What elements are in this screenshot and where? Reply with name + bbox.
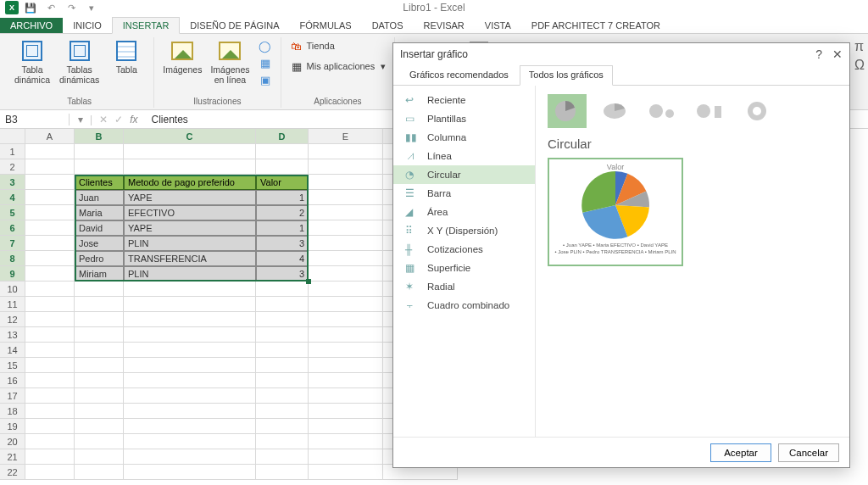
row-header[interactable]: 20 <box>0 434 25 449</box>
data-cell[interactable]: PLIN <box>124 266 256 282</box>
row-header[interactable]: 12 <box>0 312 25 327</box>
data-cell[interactable]: Pedro <box>75 251 124 266</box>
redo-icon[interactable]: ↷ <box>63 1 80 14</box>
row-header[interactable]: 21 <box>0 449 25 465</box>
row-header[interactable]: 1 <box>0 144 25 159</box>
chart-cat-radial[interactable]: ✶Radial <box>393 277 535 296</box>
row-header[interactable]: 4 <box>0 190 25 205</box>
data-cell[interactable]: Juan <box>75 190 124 205</box>
data-cell[interactable]: 1 <box>256 190 309 205</box>
ok-button[interactable]: Aceptar <box>710 443 771 462</box>
chart-cat-barra[interactable]: ☰Barra <box>393 184 535 203</box>
selection-handle[interactable] <box>306 279 311 284</box>
col-header[interactable]: A <box>25 129 75 144</box>
row-header[interactable]: 18 <box>0 404 25 419</box>
data-cell[interactable]: David <box>75 220 124 236</box>
col-header[interactable]: B <box>75 129 124 144</box>
table-button[interactable]: Tabla <box>108 39 145 75</box>
row-header[interactable]: 5 <box>0 205 25 220</box>
row-header[interactable]: 17 <box>0 388 25 404</box>
pi-symbol-icon[interactable]: π <box>854 39 865 54</box>
row-header[interactable]: 14 <box>0 343 25 358</box>
data-cell[interactable]: 3 <box>256 266 309 282</box>
tab-vista[interactable]: VISTA <box>475 18 521 33</box>
qat-more-icon[interactable]: ▾ <box>83 1 100 14</box>
row-header[interactable]: 13 <box>0 327 25 343</box>
col-header[interactable]: D <box>256 129 309 144</box>
chart-cat-reciente[interactable]: ↩Reciente <box>393 91 535 109</box>
store-button[interactable]: 🛍Tienda <box>290 39 335 53</box>
tab-insertar[interactable]: INSERTAR <box>112 17 181 34</box>
data-cell[interactable]: 1 <box>256 220 309 236</box>
cancel-formula-icon[interactable]: ✕ <box>99 114 108 125</box>
data-cell[interactable]: EFECTIVO <box>124 205 256 220</box>
chart-cat-plantillas[interactable]: ▭Plantillas <box>393 109 535 128</box>
row-header[interactable]: 15 <box>0 358 25 373</box>
dialog-tab-all[interactable]: Todos los gráficos <box>520 65 613 86</box>
dialog-tab-recommended[interactable]: Gráficos recomendados <box>400 65 518 85</box>
pivot-table-button[interactable]: Tabla dinámica <box>14 39 51 85</box>
tab-formulas[interactable]: FÓRMULAS <box>290 18 362 33</box>
data-cell[interactable]: 4 <box>256 251 309 266</box>
row-header[interactable]: 11 <box>0 297 25 312</box>
cancel-button[interactable]: Cancelar <box>778 443 839 462</box>
tab-datos[interactable]: DATOS <box>362 18 414 33</box>
help-icon[interactable]: ? <box>815 47 822 61</box>
recommended-pivot-button[interactable]: Tablas dinámicas <box>59 39 99 85</box>
fx-icon[interactable]: fx <box>130 114 137 125</box>
chart-cat-xy[interactable]: ⠿X Y (Dispersión) <box>393 221 535 240</box>
chart-cat-columna[interactable]: ▮▮Columna <box>393 128 535 147</box>
row-header[interactable]: 6 <box>0 220 25 236</box>
accept-formula-icon[interactable]: ✓ <box>114 114 123 125</box>
data-cell[interactable]: PLIN <box>124 236 256 251</box>
select-all-corner[interactable] <box>0 129 25 144</box>
tab-diseno[interactable]: DISEÑO DE PÁGINA <box>180 18 289 33</box>
data-cell[interactable]: Jose <box>75 236 124 251</box>
name-box[interactable]: B3 <box>0 114 70 125</box>
data-cell[interactable]: Miriam <box>75 266 124 282</box>
row-header[interactable]: 22 <box>0 465 25 480</box>
data-cell[interactable]: TRANSFERENCIA <box>124 251 256 266</box>
pie-subtype-of-pie[interactable] <box>643 94 682 128</box>
col-header[interactable]: C <box>124 129 256 144</box>
tab-pdf[interactable]: PDF Architect 7 Creator <box>521 18 670 33</box>
chart-cat-circular[interactable]: ◔Circular <box>393 165 535 184</box>
data-cell[interactable]: Maria <box>75 205 124 220</box>
chart-cat-superficie[interactable]: ▦Superficie <box>393 259 535 277</box>
shapes-button[interactable]: ◯ <box>259 39 272 53</box>
chart-cat-area[interactable]: ◢Área <box>393 203 535 221</box>
chart-cat-combo[interactable]: ⫟Cuadro combinado <box>393 296 535 315</box>
data-cell[interactable]: YAPE <box>124 220 256 236</box>
omega-symbol-icon[interactable]: Ω <box>854 58 865 73</box>
row-header[interactable]: 7 <box>0 236 25 251</box>
pie-subtype-flat[interactable] <box>548 94 587 128</box>
table-header[interactable]: Clientes <box>75 175 124 190</box>
data-cell[interactable]: YAPE <box>124 190 256 205</box>
row-header[interactable]: 19 <box>0 419 25 434</box>
row-header[interactable]: 8 <box>0 251 25 266</box>
screenshot-button[interactable]: ▣ <box>259 73 272 86</box>
chart-cat-cotiz[interactable]: ╫Cotizaciones <box>393 240 535 259</box>
data-cell[interactable]: 2 <box>256 205 309 220</box>
table-header[interactable]: Metodo de pago preferido <box>124 175 256 190</box>
online-pictures-button[interactable]: Imágenes en línea <box>210 39 249 85</box>
smartart-button[interactable]: ▦ <box>259 56 272 70</box>
row-header[interactable]: 9 <box>0 266 25 282</box>
save-icon[interactable]: 💾 <box>22 1 39 14</box>
pie-subtype-3d[interactable] <box>595 94 634 128</box>
tab-revisar[interactable]: REVISAR <box>414 18 475 33</box>
chart-preview[interactable]: Valor • Juan YAPE • Maria EFECTIVO • Dav… <box>548 158 683 266</box>
my-apps-button[interactable]: ▦Mis aplicaciones ▾ <box>290 59 387 73</box>
data-cell[interactable]: 3 <box>256 236 309 251</box>
tab-inicio[interactable]: INICIO <box>63 18 112 33</box>
chart-cat-linea[interactable]: ⩘Línea <box>393 147 535 165</box>
close-icon[interactable]: ✕ <box>832 47 843 61</box>
row-header[interactable]: 16 <box>0 373 25 388</box>
pie-subtype-bar-of-pie[interactable] <box>690 94 729 128</box>
row-header[interactable]: 2 <box>0 159 25 175</box>
row-header[interactable]: 3 <box>0 175 25 190</box>
tab-file[interactable]: ARCHIVO <box>0 18 63 33</box>
undo-icon[interactable]: ↶ <box>42 1 59 14</box>
pie-subtype-doughnut[interactable] <box>737 94 776 128</box>
namebox-dropdown-icon[interactable]: ▾ <box>78 114 83 125</box>
